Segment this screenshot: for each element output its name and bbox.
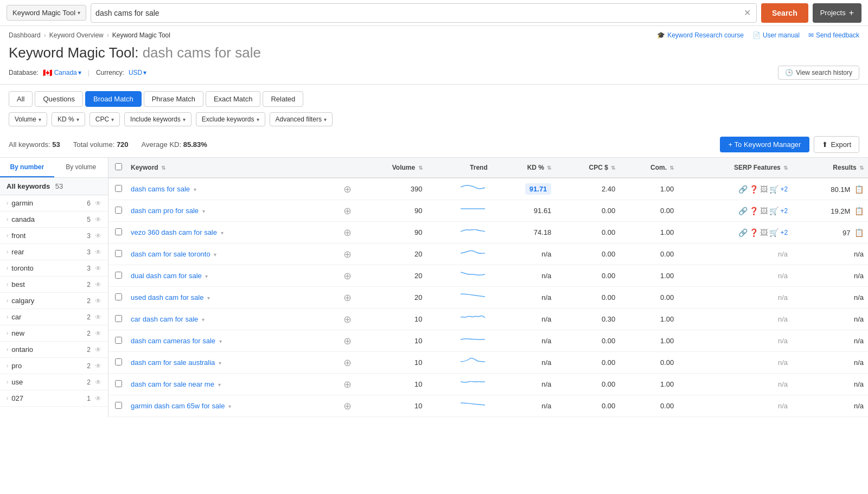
- keyword-col-header[interactable]: Keyword ⇅: [126, 158, 325, 178]
- keyword-link[interactable]: garmin dash cam 65w for sale: [131, 402, 225, 410]
- sidebar-item-new[interactable]: › new 2 👁: [0, 325, 108, 342]
- filter-kd-%[interactable]: KD %▾: [52, 112, 85, 126]
- results-detail-icon[interactable]: 📋: [854, 207, 864, 215]
- tool-selector[interactable]: Keyword Magic Tool ▾: [7, 5, 86, 21]
- keyword-link[interactable]: dash cam for sale australia: [131, 358, 215, 367]
- keyword-link[interactable]: dash cams for sale: [131, 185, 190, 193]
- sidebar-item-calgary[interactable]: › calgary 2 👁: [0, 293, 108, 309]
- keyword-expand-icon[interactable]: ▾: [219, 338, 222, 344]
- row-checkbox[interactable]: [115, 337, 122, 344]
- eye-icon[interactable]: 👁: [95, 216, 101, 223]
- add-to-list-icon[interactable]: ⊕: [343, 335, 352, 347]
- projects-button[interactable]: Projects +: [813, 3, 861, 23]
- row-checkbox[interactable]: [115, 293, 122, 300]
- eye-icon[interactable]: 👁: [95, 265, 101, 272]
- results-detail-icon[interactable]: 📋: [854, 228, 864, 237]
- sidebar-item-best[interactable]: › best 2 👁: [0, 277, 108, 293]
- eye-icon[interactable]: 👁: [95, 313, 101, 321]
- tab-questions[interactable]: Questions: [35, 91, 83, 107]
- sidebar-tab-by-volume[interactable]: By volume: [54, 158, 108, 177]
- keyword-expand-icon[interactable]: ▾: [202, 317, 205, 323]
- row-checkbox[interactable]: [115, 272, 122, 279]
- volume-col-header[interactable]: Volume ⇅: [356, 158, 427, 178]
- filter-include-keywords[interactable]: Include keywords▾: [124, 112, 192, 126]
- sidebar-item-ontario[interactable]: › ontario 2 👁: [0, 342, 108, 358]
- select-all-checkbox[interactable]: [115, 163, 122, 170]
- sidebar-item-pro[interactable]: › pro 2 👁: [0, 358, 108, 374]
- breadcrumb-dashboard[interactable]: Dashboard: [9, 31, 41, 39]
- breadcrumb-keyword-overview[interactable]: Keyword Overview: [49, 31, 104, 39]
- keyword-link[interactable]: dash cam pro for sale: [131, 207, 199, 215]
- keyword-link[interactable]: dash cam cameras for sale: [131, 337, 215, 345]
- tab-exact-match[interactable]: Exact Match: [206, 91, 261, 107]
- tab-all[interactable]: All: [9, 91, 33, 107]
- filter-volume[interactable]: Volume▾: [9, 112, 47, 126]
- view-search-history-button[interactable]: 🕒 View search history: [778, 66, 859, 80]
- add-to-list-icon[interactable]: ⊕: [343, 270, 352, 282]
- sidebar-item-canada[interactable]: › canada 5 👁: [0, 211, 108, 228]
- eye-icon[interactable]: 👁: [95, 248, 101, 256]
- filter-cpc[interactable]: CPC▾: [90, 112, 120, 126]
- row-checkbox[interactable]: [115, 380, 122, 387]
- sidebar-item-027[interactable]: › 027 1 👁: [0, 390, 108, 407]
- com-col-header[interactable]: Com. ⇅: [620, 158, 678, 178]
- send-feedback-link[interactable]: ✉ Send feedback: [808, 31, 859, 39]
- keyword-expand-icon[interactable]: ▾: [205, 273, 208, 279]
- results-col-header[interactable]: Results ⇅: [792, 158, 868, 178]
- eye-icon[interactable]: 👁: [95, 232, 101, 240]
- add-to-list-icon[interactable]: ⊕: [343, 378, 352, 390]
- sidebar-item-garmin[interactable]: › garmin 6 👁: [0, 195, 108, 211]
- add-to-list-icon[interactable]: ⊕: [343, 183, 352, 195]
- keyword-expand-icon[interactable]: ▾: [218, 382, 221, 388]
- search-button[interactable]: Search: [761, 3, 808, 23]
- sidebar-item-front[interactable]: › front 3 👁: [0, 228, 108, 244]
- eye-icon[interactable]: 👁: [95, 281, 101, 288]
- sidebar-item-use[interactable]: › use 2 👁: [0, 374, 108, 390]
- serp-col-header[interactable]: SERP Features ⇅: [678, 158, 792, 178]
- keyword-link[interactable]: dash cam for sale toronto: [131, 250, 210, 258]
- tab-broad-match[interactable]: Broad Match: [85, 91, 142, 107]
- row-checkbox[interactable]: [115, 358, 122, 365]
- results-detail-icon[interactable]: 📋: [854, 185, 864, 194]
- keyword-link[interactable]: car dash cam for sale: [131, 315, 198, 323]
- add-to-list-icon[interactable]: ⊕: [343, 292, 352, 304]
- row-checkbox[interactable]: [115, 228, 122, 235]
- search-input[interactable]: [95, 9, 743, 17]
- keyword-expand-icon[interactable]: ▾: [194, 187, 196, 193]
- sidebar-item-rear[interactable]: › rear 3 👁: [0, 244, 108, 260]
- row-checkbox[interactable]: [115, 402, 122, 409]
- keyword-expand-icon[interactable]: ▾: [202, 208, 205, 214]
- kd-col-header[interactable]: KD % ⇅: [492, 158, 556, 178]
- eye-icon[interactable]: 👁: [95, 378, 101, 386]
- keyword-link[interactable]: vezo 360 dash cam for sale: [131, 228, 217, 236]
- add-to-list-icon[interactable]: ⊕: [343, 227, 352, 239]
- keyword-link[interactable]: used dash cam for sale: [131, 293, 203, 301]
- add-to-list-icon[interactable]: ⊕: [343, 313, 352, 325]
- eye-icon[interactable]: 👁: [95, 362, 101, 370]
- row-checkbox[interactable]: [115, 250, 122, 257]
- keyword-expand-icon[interactable]: ▾: [221, 230, 224, 236]
- keyword-link[interactable]: dash cam for sale near me: [131, 380, 214, 388]
- keyword-expand-icon[interactable]: ▾: [219, 360, 221, 366]
- export-button[interactable]: ⬆ Export: [814, 136, 859, 153]
- keyword-expand-icon[interactable]: ▾: [214, 252, 216, 258]
- cpc-col-header[interactable]: CPC $ ⇅: [556, 158, 620, 178]
- row-checkbox[interactable]: [115, 185, 122, 192]
- eye-icon[interactable]: 👁: [95, 395, 101, 402]
- clear-icon[interactable]: ✕: [743, 7, 752, 19]
- add-to-list-icon[interactable]: ⊕: [343, 357, 352, 369]
- filter-exclude-keywords[interactable]: Exclude keywords▾: [196, 112, 265, 126]
- eye-icon[interactable]: 👁: [95, 297, 101, 305]
- filter-advanced-filters[interactable]: Advanced filters▾: [270, 112, 333, 126]
- tab-phrase-match[interactable]: Phrase Match: [144, 91, 203, 107]
- keyword-link[interactable]: dual dash cam for sale: [131, 272, 202, 280]
- sidebar-item-car[interactable]: › car 2 👁: [0, 309, 108, 325]
- tab-related[interactable]: Related: [263, 91, 303, 107]
- keyword-research-course-link[interactable]: 🎓 Keyword Research course: [657, 31, 744, 39]
- add-to-list-icon[interactable]: ⊕: [343, 400, 352, 412]
- database-dropdown[interactable]: Canada ▾: [54, 69, 81, 76]
- eye-icon[interactable]: 👁: [95, 330, 101, 337]
- sidebar-tab-by-number[interactable]: By number: [0, 158, 54, 177]
- user-manual-link[interactable]: 📄 User manual: [752, 31, 800, 39]
- keyword-expand-icon[interactable]: ▾: [207, 295, 210, 301]
